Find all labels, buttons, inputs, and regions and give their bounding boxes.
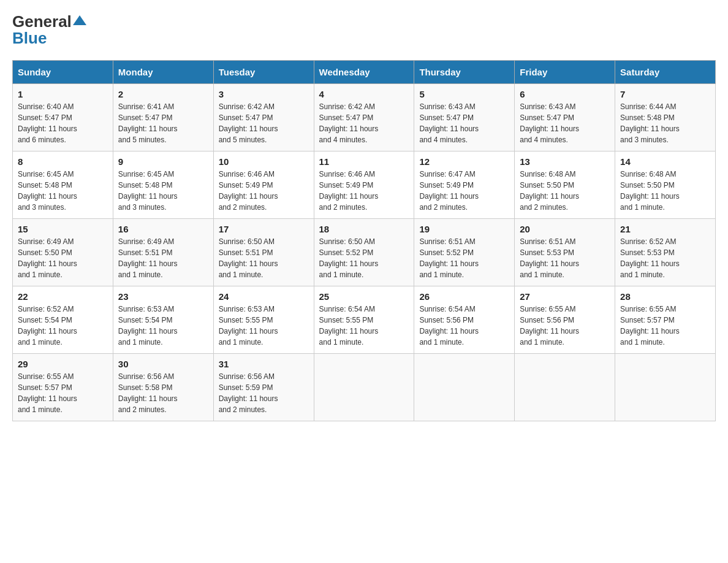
calendar-cell: 19Sunrise: 6:51 AMSunset: 5:52 PMDayligh… — [414, 219, 515, 286]
day-info: Sunrise: 6:43 AMSunset: 5:47 PMDaylight:… — [520, 101, 610, 145]
day-number: 1 — [18, 89, 108, 99]
calendar-cell — [615, 354, 716, 421]
calendar-cell: 24Sunrise: 6:53 AMSunset: 5:55 PMDayligh… — [213, 286, 314, 354]
calendar-cell: 18Sunrise: 6:50 AMSunset: 5:52 PMDayligh… — [314, 219, 414, 286]
calendar-table: SundayMondayTuesdayWednesdayThursdayFrid… — [12, 60, 716, 421]
calendar-cell: 1Sunrise: 6:40 AMSunset: 5:47 PMDaylight… — [13, 84, 113, 151]
day-number: 22 — [18, 291, 108, 302]
header-sunday: Sunday — [13, 61, 113, 84]
calendar-cell: 8Sunrise: 6:45 AMSunset: 5:48 PMDaylight… — [13, 151, 113, 219]
calendar-cell: 13Sunrise: 6:48 AMSunset: 5:50 PMDayligh… — [515, 151, 615, 219]
day-info: Sunrise: 6:55 AMSunset: 5:57 PMDaylight:… — [18, 371, 108, 415]
day-info: Sunrise: 6:56 AMSunset: 5:59 PMDaylight:… — [219, 371, 309, 415]
calendar-cell: 6Sunrise: 6:43 AMSunset: 5:47 PMDaylight… — [515, 84, 615, 151]
day-info: Sunrise: 6:49 AMSunset: 5:50 PMDaylight:… — [18, 236, 108, 280]
day-number: 12 — [419, 156, 509, 167]
day-number: 13 — [520, 156, 610, 167]
day-info: Sunrise: 6:56 AMSunset: 5:58 PMDaylight:… — [118, 371, 208, 415]
day-info: Sunrise: 6:43 AMSunset: 5:47 PMDaylight:… — [419, 101, 509, 145]
logo-triangle-icon — [73, 14, 86, 28]
calendar-cell: 5Sunrise: 6:43 AMSunset: 5:47 PMDaylight… — [414, 84, 515, 151]
calendar-week-3: 15Sunrise: 6:49 AMSunset: 5:50 PMDayligh… — [13, 219, 716, 286]
day-number: 28 — [620, 291, 710, 302]
day-number: 27 — [520, 291, 610, 302]
day-info: Sunrise: 6:53 AMSunset: 5:54 PMDaylight:… — [118, 304, 208, 348]
day-info: Sunrise: 6:51 AMSunset: 5:52 PMDaylight:… — [419, 236, 509, 280]
day-number: 17 — [219, 224, 309, 234]
day-number: 25 — [319, 291, 409, 302]
day-number: 10 — [219, 156, 309, 167]
header-tuesday: Tuesday — [213, 61, 314, 84]
day-number: 19 — [419, 224, 509, 234]
calendar-cell: 4Sunrise: 6:42 AMSunset: 5:47 PMDaylight… — [314, 84, 414, 151]
calendar-cell: 7Sunrise: 6:44 AMSunset: 5:48 PMDaylight… — [615, 84, 716, 151]
day-number: 23 — [118, 291, 208, 302]
day-info: Sunrise: 6:54 AMSunset: 5:55 PMDaylight:… — [319, 304, 409, 348]
calendar-week-4: 22Sunrise: 6:52 AMSunset: 5:54 PMDayligh… — [13, 286, 716, 354]
calendar-cell: 27Sunrise: 6:55 AMSunset: 5:56 PMDayligh… — [515, 286, 615, 354]
day-number: 9 — [118, 156, 208, 167]
day-number: 2 — [118, 89, 208, 99]
day-number: 4 — [319, 89, 409, 99]
day-info: Sunrise: 6:46 AMSunset: 5:49 PMDaylight:… — [219, 169, 309, 213]
calendar-cell: 14Sunrise: 6:48 AMSunset: 5:50 PMDayligh… — [615, 151, 716, 219]
calendar-cell: 9Sunrise: 6:45 AMSunset: 5:48 PMDaylight… — [113, 151, 213, 219]
calendar-week-1: 1Sunrise: 6:40 AMSunset: 5:47 PMDaylight… — [13, 84, 716, 151]
day-info: Sunrise: 6:42 AMSunset: 5:47 PMDaylight:… — [219, 101, 309, 145]
calendar-cell: 26Sunrise: 6:54 AMSunset: 5:56 PMDayligh… — [414, 286, 515, 354]
day-number: 20 — [520, 224, 610, 234]
day-info: Sunrise: 6:40 AMSunset: 5:47 PMDaylight:… — [18, 101, 108, 145]
calendar-cell: 20Sunrise: 6:51 AMSunset: 5:53 PMDayligh… — [515, 219, 615, 286]
day-info: Sunrise: 6:52 AMSunset: 5:54 PMDaylight:… — [18, 304, 108, 348]
day-info: Sunrise: 6:55 AMSunset: 5:56 PMDaylight:… — [520, 304, 610, 348]
header-saturday: Saturday — [615, 61, 716, 84]
calendar-cell: 22Sunrise: 6:52 AMSunset: 5:54 PMDayligh… — [13, 286, 113, 354]
day-number: 8 — [18, 156, 108, 167]
day-number: 14 — [620, 156, 710, 167]
day-info: Sunrise: 6:54 AMSunset: 5:56 PMDaylight:… — [419, 304, 509, 348]
day-info: Sunrise: 6:51 AMSunset: 5:53 PMDaylight:… — [520, 236, 610, 280]
day-number: 31 — [219, 359, 309, 369]
calendar-week-2: 8Sunrise: 6:45 AMSunset: 5:48 PMDaylight… — [13, 151, 716, 219]
calendar-cell: 25Sunrise: 6:54 AMSunset: 5:55 PMDayligh… — [314, 286, 414, 354]
calendar-cell: 11Sunrise: 6:46 AMSunset: 5:49 PMDayligh… — [314, 151, 414, 219]
calendar-cell: 16Sunrise: 6:49 AMSunset: 5:51 PMDayligh… — [113, 219, 213, 286]
day-number: 18 — [319, 224, 409, 234]
calendar-cell — [414, 354, 515, 421]
svg-marker-0 — [73, 15, 86, 25]
day-info: Sunrise: 6:41 AMSunset: 5:47 PMDaylight:… — [118, 101, 208, 145]
day-number: 11 — [319, 156, 409, 167]
day-info: Sunrise: 6:55 AMSunset: 5:57 PMDaylight:… — [620, 304, 710, 348]
day-number: 6 — [520, 89, 610, 99]
calendar-cell: 10Sunrise: 6:46 AMSunset: 5:49 PMDayligh… — [213, 151, 314, 219]
calendar-cell: 29Sunrise: 6:55 AMSunset: 5:57 PMDayligh… — [13, 354, 113, 421]
calendar-cell: 28Sunrise: 6:55 AMSunset: 5:57 PMDayligh… — [615, 286, 716, 354]
page-header: General Blue — [12, 12, 716, 48]
day-number: 30 — [118, 359, 208, 369]
day-number: 24 — [219, 291, 309, 302]
calendar-cell: 31Sunrise: 6:56 AMSunset: 5:59 PMDayligh… — [213, 354, 314, 421]
day-info: Sunrise: 6:48 AMSunset: 5:50 PMDaylight:… — [620, 169, 710, 213]
header-friday: Friday — [515, 61, 615, 84]
calendar-cell: 15Sunrise: 6:49 AMSunset: 5:50 PMDayligh… — [13, 219, 113, 286]
calendar-header-row: SundayMondayTuesdayWednesdayThursdayFrid… — [13, 61, 716, 84]
calendar-cell: 17Sunrise: 6:50 AMSunset: 5:51 PMDayligh… — [213, 219, 314, 286]
day-info: Sunrise: 6:53 AMSunset: 5:55 PMDaylight:… — [219, 304, 309, 348]
day-number: 3 — [219, 89, 309, 99]
day-info: Sunrise: 6:44 AMSunset: 5:48 PMDaylight:… — [620, 101, 710, 145]
header-wednesday: Wednesday — [314, 61, 414, 84]
calendar-cell: 3Sunrise: 6:42 AMSunset: 5:47 PMDaylight… — [213, 84, 314, 151]
day-info: Sunrise: 6:42 AMSunset: 5:47 PMDaylight:… — [319, 101, 409, 145]
day-number: 29 — [18, 359, 108, 369]
day-number: 5 — [419, 89, 509, 99]
logo: General Blue — [12, 12, 86, 48]
calendar-cell: 30Sunrise: 6:56 AMSunset: 5:58 PMDayligh… — [113, 354, 213, 421]
header-monday: Monday — [113, 61, 213, 84]
day-number: 26 — [419, 291, 509, 302]
calendar-cell — [515, 354, 615, 421]
calendar-cell — [314, 354, 414, 421]
day-info: Sunrise: 6:45 AMSunset: 5:48 PMDaylight:… — [118, 169, 208, 213]
day-info: Sunrise: 6:48 AMSunset: 5:50 PMDaylight:… — [520, 169, 610, 213]
calendar-cell: 12Sunrise: 6:47 AMSunset: 5:49 PMDayligh… — [414, 151, 515, 219]
day-info: Sunrise: 6:47 AMSunset: 5:49 PMDaylight:… — [419, 169, 509, 213]
